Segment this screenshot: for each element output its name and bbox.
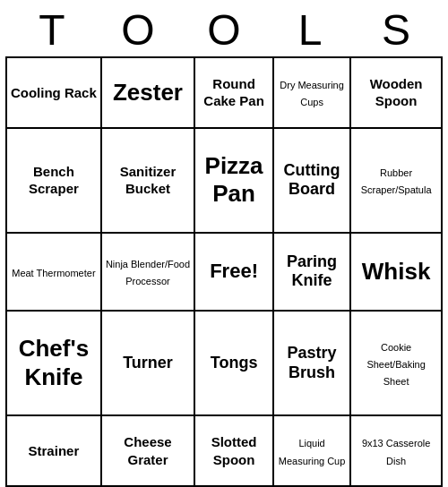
- cell-text-r4-c2: Slotted Spoon: [211, 434, 257, 466]
- cell-r4-c4: 9x13 Casserole Dish: [350, 415, 442, 486]
- cell-r2-c1: Ninja Blender/Food Processor: [101, 233, 194, 310]
- cell-text-r4-c1: Cheese Grater: [124, 434, 171, 466]
- cell-text-r2-c4: Whisk: [362, 258, 431, 285]
- cell-r4-c2: Slotted Spoon: [194, 415, 273, 486]
- title-letter-s: S: [360, 5, 432, 55]
- title-letter-o2: O: [188, 5, 260, 55]
- cell-r0-c0: Cooling Rack: [6, 57, 101, 128]
- cell-r1-c4: Rubber Scraper/Spatula: [350, 128, 442, 234]
- cell-r0-c1: Zester: [101, 57, 194, 128]
- cell-text-r1-c3: Cutting Board: [284, 161, 340, 199]
- cell-text-r3-c0: Chef's Knife: [19, 335, 89, 389]
- cell-text-r3-c2: Tongs: [211, 354, 258, 372]
- cell-text-r1-c1: Sanitizer Bucket: [120, 164, 177, 196]
- title-letter-o1: O: [102, 5, 174, 55]
- cell-text-r3-c4: Cookie Sheet/Baking Sheet: [366, 342, 425, 387]
- title-letter-t: T: [16, 5, 88, 55]
- cell-text-r4-c4: 9x13 Casserole Dish: [362, 438, 430, 466]
- cell-r2-c3: Paring Knife: [273, 233, 350, 310]
- cell-text-r4-c3: Liquid Measuring Cup: [279, 438, 346, 466]
- cell-r0-c3: Dry Measuring Cups: [273, 57, 350, 128]
- cell-r3-c1: Turner: [101, 311, 194, 416]
- cell-r3-c4: Cookie Sheet/Baking Sheet: [350, 311, 442, 416]
- cell-text-r1-c0: Bench Scraper: [29, 164, 79, 196]
- cell-text-r0-c1: Zester: [113, 79, 183, 106]
- title-letter-l: L: [274, 5, 346, 55]
- cell-text-r1-c4: Rubber Scraper/Spatula: [361, 167, 432, 195]
- cell-text-r2-c1: Ninja Blender/Food Processor: [106, 259, 190, 286]
- cell-r1-c2: Pizza Pan: [194, 128, 273, 234]
- cell-text-r0-c0: Cooling Rack: [11, 85, 97, 100]
- cell-r2-c0: Meat Thermometer: [6, 233, 101, 310]
- cell-r4-c1: Cheese Grater: [101, 415, 194, 486]
- cell-text-r3-c1: Turner: [123, 354, 173, 372]
- cell-r0-c4: Wooden Spoon: [350, 57, 442, 128]
- cell-text-r0-c3: Dry Measuring Cups: [280, 80, 344, 107]
- cell-text-r1-c2: Pizza Pan: [205, 152, 263, 207]
- cell-r2-c2: Free!: [194, 233, 273, 310]
- cell-r3-c3: Pastry Brush: [273, 311, 350, 416]
- cell-text-r2-c2: Free!: [210, 260, 258, 282]
- cell-r1-c0: Bench Scraper: [6, 128, 101, 234]
- cell-text-r3-c3: Pastry Brush: [288, 344, 337, 381]
- cell-r4-c0: Strainer: [6, 415, 101, 486]
- cell-r1-c3: Cutting Board: [273, 128, 350, 234]
- cell-r3-c2: Tongs: [194, 311, 273, 416]
- cell-r1-c1: Sanitizer Bucket: [101, 128, 194, 234]
- cell-text-r0-c2: Round Cake Pan: [203, 76, 264, 108]
- cell-text-r4-c0: Strainer: [29, 443, 80, 458]
- cell-r3-c0: Chef's Knife: [6, 311, 101, 416]
- cell-text-r2-c0: Meat Thermometer: [12, 268, 95, 278]
- cell-text-r2-c3: Paring Knife: [287, 252, 337, 290]
- title-row: T O O L S: [9, 0, 439, 56]
- cell-text-r0-c4: Wooden Spoon: [370, 76, 423, 108]
- cell-r2-c4: Whisk: [350, 233, 442, 310]
- bingo-grid: Cooling RackZesterRound Cake PanDry Meas…: [5, 56, 443, 487]
- cell-r0-c2: Round Cake Pan: [194, 57, 273, 128]
- cell-r4-c3: Liquid Measuring Cup: [273, 415, 350, 486]
